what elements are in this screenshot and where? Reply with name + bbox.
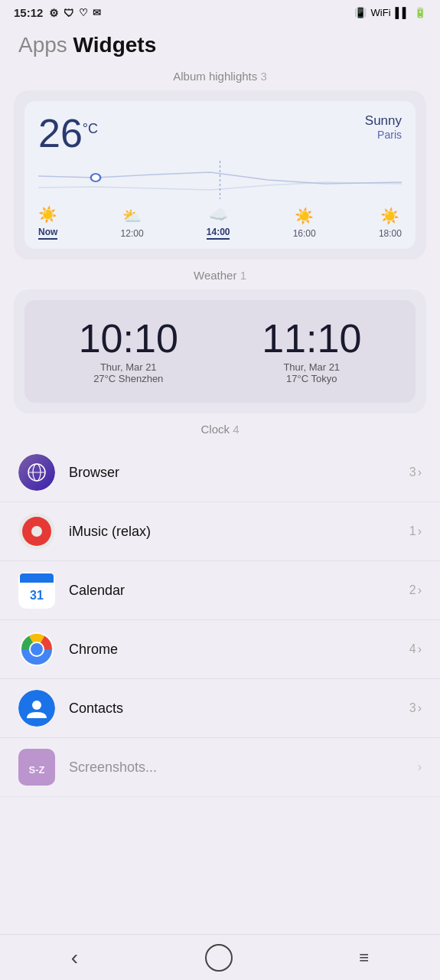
status-time: 15:12: [14, 6, 43, 19]
weather-icon-14: ☁️: [209, 205, 228, 224]
app-item-imusic[interactable]: iMusic (relax) 1 ›: [0, 502, 440, 561]
contacts-icon: [18, 690, 55, 727]
weather-city: Paris: [365, 129, 402, 141]
weather-hour-label-now: Now: [38, 227, 57, 240]
status-bar: 15:12 ⚙ 🛡 ♡ ✉ 📳 WiFi ▌▌ 🔋: [0, 0, 440, 25]
imusic-donut: [22, 517, 51, 546]
chrome-icon-wrap: [18, 631, 55, 668]
weather-hour-14: ☁️ 14:00: [207, 205, 230, 240]
weather-icon-16: ☀️: [295, 207, 314, 225]
vpn-icon: ♡: [79, 7, 88, 18]
svg-point-1: [91, 174, 101, 181]
clock-shenzhen: 10:10 Thur, Mar 21 27°C Shenzhen: [79, 318, 178, 384]
app-item-screenshots[interactable]: S-Z Screenshots... ›: [0, 738, 440, 797]
weather-widget-card[interactable]: 26°C Sunny Paris ☀️: [14, 90, 426, 260]
app-item-browser[interactable]: Browser 3 ›: [0, 443, 440, 502]
app-item-chrome[interactable]: Chrome 4 ›: [0, 620, 440, 679]
screenshot-icon-wrap: S-Z: [18, 749, 55, 786]
clock-date-tokyo: Thur, Mar 21: [283, 361, 340, 373]
contacts-count: 3: [409, 701, 416, 715]
weather-hour-label-16: 16:00: [293, 228, 316, 239]
widgets-title: Widgets: [73, 33, 157, 57]
bottom-nav: ‹ ≡: [0, 934, 440, 980]
contacts-count-chevron: 3 ›: [409, 701, 422, 715]
clock-tokyo: 11:10 Thur, Mar 21 17°C Tokyo: [262, 318, 361, 384]
signal-icon: ▌▌: [396, 7, 409, 18]
header: Apps Widgets: [0, 25, 440, 70]
contacts-icon-wrap: [18, 690, 55, 727]
weather-hour-18: ☀️ 18:00: [379, 207, 402, 239]
imusic-icon: [18, 513, 55, 550]
album-highlights-label: Album highlights 3: [0, 70, 440, 83]
status-left: 15:12 ⚙ 🛡 ♡ ✉: [14, 6, 101, 19]
clock-inner: 10:10 Thur, Mar 21 27°C Shenzhen 11:10 T…: [24, 300, 416, 403]
menu-button[interactable]: ≡: [344, 940, 384, 975]
weather-hour-12: ⛅ 12:00: [121, 207, 144, 239]
weather-hourly: ☀️ Now ⛅ 12:00 ☁️ 14:00 ☀️ 16:00 ☀️ 18:0…: [38, 205, 402, 240]
weather-hour-label-12: 12:00: [121, 228, 144, 239]
browser-icon-wrap: [18, 454, 55, 491]
imusic-count: 1: [409, 524, 416, 538]
calendar-count-chevron: 2 ›: [409, 583, 422, 597]
svg-point-13: [32, 701, 41, 710]
vibrate-icon: 📳: [354, 7, 367, 18]
calendar-icon-wrap: 31: [18, 572, 55, 609]
chrome-name: Chrome: [69, 642, 409, 658]
status-right: 📳 WiFi ▌▌ 🔋: [354, 7, 426, 18]
settings-icon: ⚙: [49, 7, 59, 19]
apps-prefix: Apps: [18, 33, 67, 57]
imusic-chevron-icon: ›: [418, 524, 422, 538]
screenshots-count-chevron: ›: [418, 760, 422, 774]
svg-point-12: [31, 643, 43, 655]
clock-date-shenzhen: Thur, Mar 21: [100, 361, 157, 373]
browser-count: 3: [409, 466, 416, 479]
security-icon: 🛡: [64, 7, 74, 19]
imusic-count-chevron: 1 ›: [409, 524, 422, 538]
weather-top: 26°C Sunny Paris: [38, 113, 402, 153]
clock-info-tokyo: 17°C Tokyo: [286, 373, 337, 384]
temperature-value: 26: [38, 111, 83, 155]
imusic-hole: [31, 526, 42, 537]
weather-hour-label-18: 18:00: [379, 228, 402, 239]
svg-text:S-Z: S-Z: [29, 764, 45, 776]
app-item-contacts[interactable]: Contacts 3 ›: [0, 679, 440, 738]
weather-inner: 26°C Sunny Paris ☀️: [24, 101, 416, 249]
svg-rect-7: [20, 580, 54, 583]
screenshots-name: Screenshots...: [69, 760, 418, 776]
home-button[interactable]: [205, 944, 233, 972]
weather-temp-display: 26°C: [38, 113, 98, 153]
status-icons-left: ⚙ 🛡 ♡ ✉: [49, 7, 101, 19]
svg-text:31: 31: [30, 589, 44, 602]
clock-widget-card[interactable]: 10:10 Thur, Mar 21 27°C Shenzhen 11:10 T…: [14, 289, 426, 413]
weather-icon-12: ⛅: [122, 207, 142, 225]
browser-name: Browser: [69, 465, 409, 481]
weather-icon-18: ☀️: [380, 207, 399, 225]
browser-count-chevron: 3 ›: [409, 466, 422, 479]
email-icon: ✉: [93, 7, 101, 18]
imusic-icon-wrap: [18, 513, 55, 550]
calendar-name: Calendar: [69, 583, 409, 599]
app-list: Browser 3 › iMusic (relax) 1 ›: [0, 443, 440, 843]
weather-hour-16: ☀️ 16:00: [293, 207, 316, 239]
clock-time-tokyo: 11:10: [262, 318, 361, 358]
weather-hour-label-14: 14:00: [207, 227, 230, 240]
page-title: Apps Widgets: [18, 33, 422, 57]
weather-section-label: Weather 1: [0, 269, 440, 282]
back-button[interactable]: ‹: [56, 938, 93, 978]
weather-hour-now: ☀️ Now: [38, 205, 57, 240]
screenshots-chevron-icon: ›: [418, 760, 422, 774]
chrome-count: 4: [409, 642, 416, 656]
chrome-icon: [18, 631, 55, 668]
chrome-chevron-icon: ›: [418, 642, 422, 656]
contacts-name: Contacts: [69, 701, 409, 717]
chrome-count-chevron: 4 ›: [409, 642, 422, 656]
weather-condition: Sunny: [365, 113, 402, 129]
battery-icon: 🔋: [414, 7, 426, 18]
imusic-name: iMusic (relax): [69, 524, 409, 540]
calendar-icon: 31: [18, 572, 55, 609]
weather-chart: [38, 161, 402, 199]
browser-icon: [18, 454, 55, 491]
browser-chevron-icon: ›: [418, 466, 422, 479]
weather-location: Sunny Paris: [365, 113, 402, 141]
app-item-calendar[interactable]: 31 Calendar 2 ›: [0, 561, 440, 620]
